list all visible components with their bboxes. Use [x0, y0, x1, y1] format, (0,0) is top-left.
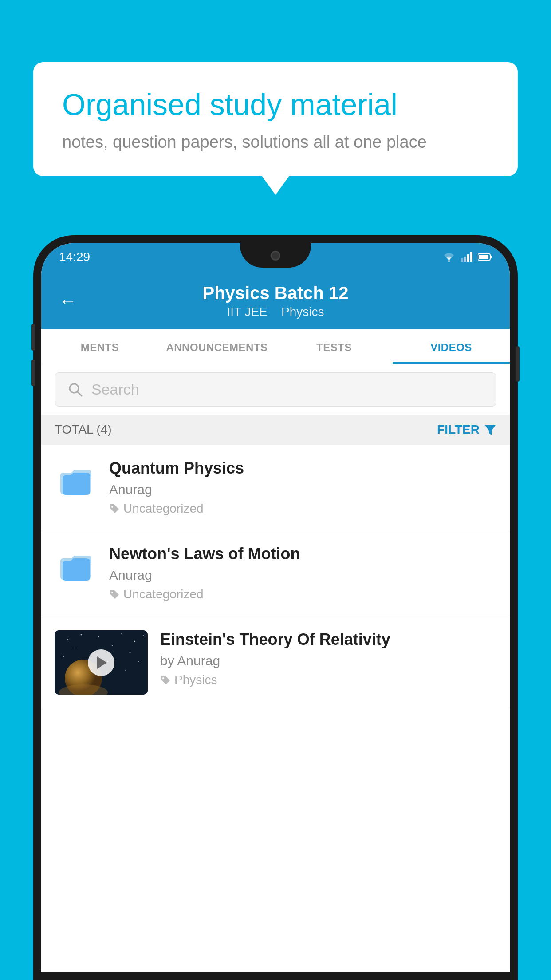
video-info-1: Quantum Physics Anurag Uncategorized [109, 459, 496, 516]
speech-bubble-container: Organised study material notes, question… [33, 62, 518, 176]
svg-point-22 [74, 648, 75, 648]
video-folder-icon-1 [55, 459, 97, 501]
svg-point-21 [143, 635, 144, 636]
tab-videos[interactable]: VIDEOS [393, 329, 510, 364]
header-subtitle-iitjee: IIT JEE [227, 305, 268, 319]
svg-point-19 [121, 633, 122, 634]
svg-point-30 [125, 670, 126, 671]
svg-point-24 [130, 652, 131, 653]
search-bar[interactable]: Search [55, 372, 496, 407]
folder-svg-2 [58, 550, 94, 581]
wifi-icon [442, 252, 456, 262]
einstein-thumbnail [55, 630, 148, 695]
header-subtitle-physics: Physics [281, 305, 324, 319]
video-list: Quantum Physics Anurag Uncategorized [41, 445, 510, 709]
filter-button[interactable]: FILTER [437, 423, 496, 437]
tabs-bar: MENTS ANNOUNCEMENTS TESTS VIDEOS [41, 329, 510, 364]
video-tag-3: Physics [160, 673, 496, 687]
tab-ments[interactable]: MENTS [41, 329, 158, 364]
video-author-1: Anurag [109, 482, 496, 497]
search-bar-wrapper: Search [41, 364, 510, 415]
power-button [516, 346, 520, 382]
status-time: 14:29 [59, 250, 90, 264]
tag-icon-2 [109, 589, 120, 600]
bubble-subtitle: notes, question papers, solutions all at… [62, 133, 489, 152]
video-author-3: by Anurag [160, 653, 496, 668]
filter-row: TOTAL (4) FILTER [41, 415, 510, 445]
search-placeholder: Search [91, 381, 139, 398]
svg-point-20 [134, 641, 135, 642]
video-author-2: Anurag [109, 568, 496, 583]
svg-rect-3 [467, 254, 469, 262]
phone-wrapper: 14:29 [33, 235, 518, 980]
video-folder-icon-2 [55, 545, 97, 587]
svg-point-16 [67, 639, 68, 640]
phone-screen: 14:29 [41, 243, 510, 972]
video-title-2: Newton's Laws of Motion [109, 545, 496, 563]
video-info-2: Newton's Laws of Motion Anurag Uncategor… [109, 545, 496, 601]
header-title-group: Physics Batch 12 IIT JEE Physics [90, 283, 461, 319]
video-item-einstein[interactable]: Einstein's Theory Of Relativity by Anura… [41, 616, 510, 709]
signal-icon [461, 252, 472, 262]
video-title-3: Einstein's Theory Of Relativity [160, 630, 496, 649]
tag-icon-1 [109, 503, 120, 514]
app-header: ← Physics Batch 12 IIT JEE Physics [41, 271, 510, 329]
total-label: TOTAL (4) [55, 423, 112, 437]
header-title: Physics Batch 12 [90, 283, 461, 303]
vol-down-button [31, 360, 35, 386]
svg-point-25 [63, 656, 64, 657]
tag-icon-3 [160, 675, 171, 685]
video-item-newtons-laws[interactable]: Newton's Laws of Motion Anurag Uncategor… [41, 530, 510, 616]
play-button-overlay[interactable] [88, 649, 114, 676]
phone-outer: 14:29 [33, 235, 518, 980]
camera-dot [271, 251, 280, 261]
battery-icon [478, 253, 492, 261]
svg-rect-4 [470, 252, 472, 262]
status-icons [442, 252, 492, 262]
search-icon [67, 382, 83, 398]
speech-bubble: Organised study material notes, question… [33, 62, 518, 176]
filter-label: FILTER [437, 423, 480, 437]
svg-point-17 [81, 634, 82, 636]
svg-point-18 [98, 636, 99, 637]
svg-line-9 [77, 391, 82, 396]
notch [240, 243, 311, 268]
header-subtitle: IIT JEE Physics [90, 305, 461, 319]
tab-tests[interactable]: TESTS [276, 329, 393, 364]
bubble-title: Organised study material [62, 87, 489, 123]
folder-svg-1 [58, 465, 94, 496]
svg-marker-10 [485, 425, 496, 435]
svg-point-0 [448, 260, 450, 262]
svg-point-27 [138, 661, 139, 662]
video-item-quantum-physics[interactable]: Quantum Physics Anurag Uncategorized [41, 445, 510, 530]
svg-rect-6 [490, 256, 492, 258]
svg-rect-1 [461, 258, 463, 262]
svg-point-23 [112, 645, 113, 646]
tab-announcements[interactable]: ANNOUNCEMENTS [158, 329, 276, 364]
status-bar: 14:29 [41, 243, 510, 271]
svg-rect-2 [464, 257, 466, 262]
video-tag-2: Uncategorized [109, 587, 496, 601]
play-triangle [97, 656, 107, 669]
video-tag-1: Uncategorized [109, 502, 496, 516]
back-button[interactable]: ← [59, 291, 77, 311]
video-info-3: Einstein's Theory Of Relativity by Anura… [160, 630, 496, 687]
vol-up-button [31, 324, 35, 351]
filter-funnel-icon [484, 423, 496, 436]
video-title-1: Quantum Physics [109, 459, 496, 478]
svg-rect-7 [479, 255, 488, 259]
